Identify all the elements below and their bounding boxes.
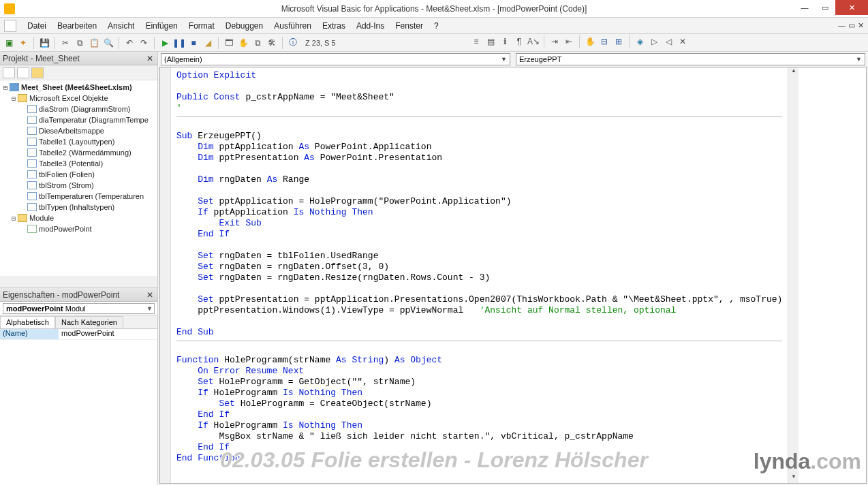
outdent-icon[interactable]: ⇤ [563,35,575,48]
tree-item-module[interactable]: modPowerPoint [39,225,92,233]
procedure-dropdown[interactable]: ErzeugePPT ▼ [516,53,865,65]
minimize-button[interactable]: — [794,0,815,15]
menu-bearbeiten[interactable]: Bearbeiten [52,19,102,33]
tree-group-excel[interactable]: Microsoft Excel Objekte [29,94,108,102]
mdi-restore-button[interactable]: ▭ [848,21,855,30]
chevron-down-icon: ▼ [146,305,153,312]
project-panel-toolbar [0,65,157,80]
list-properties-icon[interactable]: ≡ [470,35,482,48]
copy-icon[interactable]: ⧉ [74,37,86,49]
clear-bookmark-icon[interactable]: ✕ [677,35,689,48]
paste-icon[interactable]: 📋 [88,37,100,49]
tree-item[interactable]: Tabelle1 (Layouttypen) [39,138,114,146]
tree-item[interactable]: Tabelle2 (Wärmedämmung) [39,148,131,157]
project-tree[interactable]: ⊟Meet_Sheet (Meet&Sheet.xlsm) ⊟Microsoft… [0,80,157,277]
properties-panel-title: Eigenschaften - modPowerPoint ✕ [0,288,157,302]
app-icon [4,3,15,14]
tab-nach-kategorien[interactable]: Nach Kategorien [55,316,123,328]
menu-ansicht[interactable]: Ansicht [102,19,140,33]
redo-icon[interactable]: ↷ [138,37,150,49]
tree-root[interactable]: Meet_Sheet (Meet&Sheet.xlsm) [21,83,132,91]
insert-icon[interactable]: ✦ [17,37,29,49]
quick-info-icon[interactable]: ℹ [499,35,511,48]
menu-datei[interactable]: Datei [22,19,52,33]
tree-item[interactable]: DieseArbeitsmappe [39,127,104,135]
close-button[interactable]: ✕ [835,0,868,15]
cursor-position-label: Z 23, S 5 [301,39,340,47]
object-dropdown-value: (Allgemein) [164,55,202,63]
next-bookmark-icon[interactable]: ▷ [648,35,660,48]
indent-icon[interactable]: ⇥ [548,35,561,48]
code-scrollbar-v[interactable]: ▲ ▼ [788,67,799,483]
menu-einfuegen[interactable]: Einfügen [140,19,183,33]
properties-grid[interactable]: (Name) modPowerPoint [0,329,157,485]
list-constants-icon[interactable]: ▤ [484,35,497,48]
undo-icon[interactable]: ↶ [123,37,136,49]
parameter-info-icon[interactable]: ¶ [513,35,525,48]
save-icon[interactable]: 💾 [38,37,50,49]
bookmark-icon[interactable]: ◈ [634,35,646,48]
excel-icon[interactable] [4,20,16,32]
object-dropdown[interactable]: (Allgemein) ▼ [161,53,510,65]
comment-icon[interactable]: ⊟ [598,35,610,48]
properties-panel-label: Eigenschaften - modPowerPoint [3,290,119,300]
cut-icon[interactable]: ✂ [59,37,72,49]
break-icon[interactable]: ❚❚ [173,37,185,49]
properties-panel-close-button[interactable]: ✕ [145,290,155,300]
tab-alphabetisch[interactable]: Alphabetisch [0,316,55,328]
menu-extras[interactable]: Extras [317,19,351,33]
design-mode-icon[interactable]: ◢ [202,37,214,49]
toolbox-icon[interactable]: 🛠 [266,37,278,49]
tree-item[interactable]: tblTemperaturen (Temperaturen [39,192,144,200]
procedure-dropdown-value: ErzeugePPT [519,55,561,63]
project-explorer-icon[interactable]: 🗔 [223,37,235,49]
tree-item[interactable]: Tabelle3 (Potential) [39,159,103,168]
edit-toolbar: ≡ ▤ ℹ ¶ A↘ ⇥ ⇤ ✋ ⊟ ⊞ ◈ ▷ ◁ ✕ [470,35,689,48]
reset-icon[interactable]: ■ [187,37,200,49]
properties-selector[interactable]: modPowerPoint Modul ▼ [0,302,157,315]
mdi-minimize-button[interactable]: — [838,21,846,30]
property-value[interactable]: modPowerPoint [59,329,157,339]
object-browser-icon[interactable]: ⧉ [251,37,264,49]
run-icon[interactable]: ▶ [159,37,171,49]
project-tree-scrollbar-h[interactable] [0,277,157,287]
view-excel-icon[interactable]: ▣ [3,37,15,49]
menu-addins[interactable]: Add-Ins [351,19,390,33]
code-editor[interactable]: Option Explicit Public Const p_cstrAppNa… [159,67,867,484]
find-icon[interactable]: 🔍 [102,37,114,49]
code-gutter [160,67,171,483]
scroll-down-icon[interactable]: ▼ [788,473,799,483]
tree-item[interactable]: diaTemperatur (DiagrammTempe [39,116,149,124]
menu-ausfuehren[interactable]: Ausführen [268,19,317,33]
menu-help[interactable]: ? [429,19,444,33]
tree-item[interactable]: tblTypen (Inhaltstypen) [39,203,114,211]
breakpoint-icon[interactable]: ✋ [584,35,596,48]
project-panel-title: Projekt - Meet_Sheet ✕ [0,52,157,65]
mdi-close-button[interactable]: ✕ [858,21,864,30]
scroll-up-icon[interactable]: ▲ [788,67,799,77]
menu-debuggen[interactable]: Debuggen [220,19,268,33]
tree-item[interactable]: tblFolien (Folien) [39,170,95,178]
code-content[interactable]: Option Explicit Public Const p_cstrAppNa… [171,67,788,483]
properties-icon[interactable]: ✋ [237,37,249,49]
project-panel-close-button[interactable]: ✕ [145,54,155,63]
prev-bookmark-icon[interactable]: ◁ [662,35,675,48]
tree-item[interactable]: tblStrom (Strom) [39,181,94,189]
help-icon[interactable]: ⓘ [287,37,299,49]
properties-selector-name: modPowerPoint [6,304,63,313]
properties-selector-type: Modul [65,304,86,313]
view-code-icon[interactable] [3,67,15,78]
chevron-down-icon: ▼ [856,56,862,63]
restore-button[interactable]: ▭ [815,0,835,15]
view-object-icon[interactable] [17,67,29,78]
complete-word-icon[interactable]: A↘ [527,35,540,48]
toggle-folders-icon[interactable] [31,67,44,78]
menu-fenster[interactable]: Fenster [390,19,429,33]
tree-group-module[interactable]: Module [29,214,54,222]
chevron-down-icon: ▼ [501,56,507,63]
menu-bar: Datei Bearbeiten Ansicht Einfügen Format… [0,18,868,34]
menu-format[interactable]: Format [183,19,220,33]
toolbar: ▣ ✦ 💾 ✂ ⧉ 📋 🔍 ↶ ↷ ▶ ❚❚ ■ ◢ 🗔 ✋ ⧉ 🛠 ⓘ Z 2… [0,34,868,52]
uncomment-icon[interactable]: ⊞ [613,35,625,48]
tree-item[interactable]: diaStrom (DiagrammStrom) [39,105,130,113]
